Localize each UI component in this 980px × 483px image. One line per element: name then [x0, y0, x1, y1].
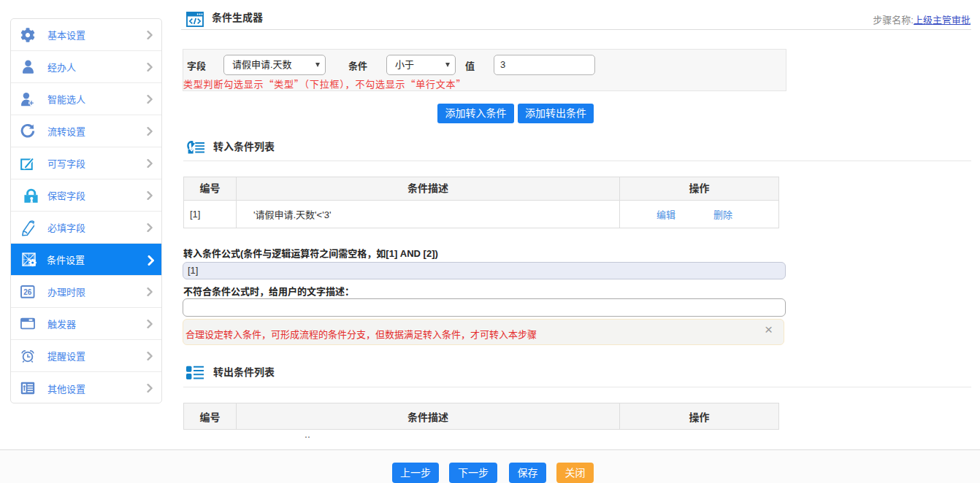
svg-text:26: 26	[23, 287, 32, 295]
